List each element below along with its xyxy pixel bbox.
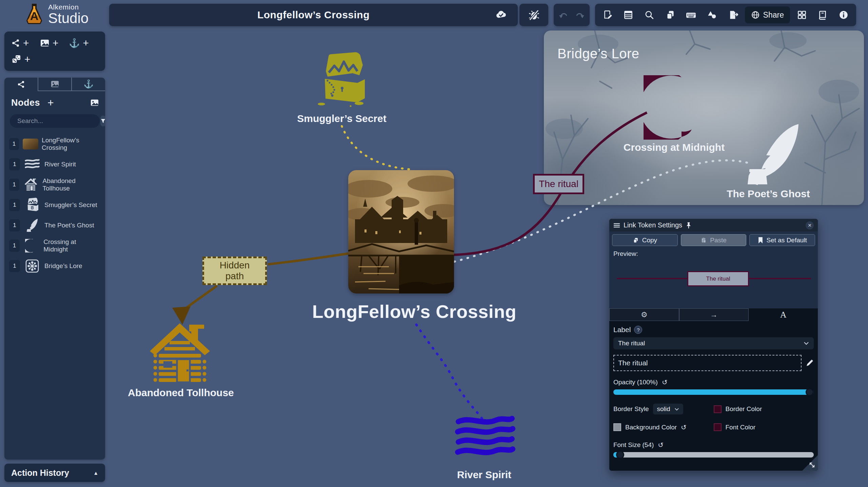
- filter-button[interactable]: [100, 116, 105, 126]
- list-item-longfellows-crossing[interactable]: 1 LongFellow’s Crossing: [4, 134, 105, 154]
- treasure-chest-icon[interactable]: [317, 52, 367, 107]
- tab-links[interactable]: [4, 78, 38, 91]
- tab-general-gear[interactable]: ⚙: [609, 308, 679, 321]
- list-item-abandoned-tollhouse[interactable]: 1 Abandoned Tollhouse: [4, 175, 105, 195]
- filter-icon: [100, 118, 105, 124]
- preview-area: The ritual: [612, 258, 815, 308]
- list-item-poets-ghost[interactable]: 1 The Poet’s Ghost: [4, 215, 105, 236]
- panel-top-section: Copy Paste Set as Default Preview: The r…: [609, 231, 818, 308]
- help-icon[interactable]: ?: [634, 326, 642, 334]
- list-item-smugglers-secret[interactable]: 1 Smuggler’s Secret: [4, 195, 105, 215]
- panel-resize-handle[interactable]: [802, 455, 818, 471]
- action-history-toggle[interactable]: Action History ▲: [4, 464, 105, 482]
- share-button[interactable]: Share: [745, 6, 790, 23]
- waves-icon[interactable]: [455, 415, 515, 458]
- border-style-select[interactable]: solid: [653, 404, 683, 414]
- add-link-button[interactable]: +: [11, 36, 40, 50]
- app-canvas[interactable]: Bridge’s Lore S: [0, 0, 868, 487]
- list-item-bridges-lore[interactable]: 1 Bridge’s Lore: [4, 256, 105, 276]
- add-image-node-button[interactable]: +: [40, 36, 69, 50]
- dice-icon: [11, 55, 21, 64]
- font-size-slider-knob[interactable]: [616, 451, 624, 459]
- node-label-abandoned-tollhouse[interactable]: Abandoned Tollhouse: [128, 387, 230, 399]
- copy-style-button[interactable]: Copy: [612, 234, 678, 246]
- font-size-label: Font Size (54): [613, 441, 654, 449]
- label-select[interactable]: The ritual: [613, 337, 814, 349]
- list-item-crossing-at-midnight[interactable]: 1 Crossing at Midnight: [4, 236, 105, 256]
- paste-style-button[interactable]: Paste: [681, 234, 747, 246]
- node-label-river-spirit[interactable]: River Spirit: [433, 469, 535, 481]
- duplicate-button[interactable]: [660, 4, 681, 26]
- sepia-painting-art: [348, 170, 454, 293]
- undo-button[interactable]: [556, 4, 571, 26]
- document-titlebar[interactable]: Longfellow’s Crossing: [109, 4, 518, 26]
- docs-button[interactable]: [812, 4, 833, 26]
- app-logo[interactable]: A Alkemion Studio: [24, 2, 108, 26]
- toggle-physics-button[interactable]: [519, 4, 548, 26]
- plus-icon: +: [24, 54, 31, 64]
- set-default-label: Set as Default: [767, 237, 807, 244]
- opacity-label: Opacity (100%): [613, 379, 658, 386]
- panel-header[interactable]: Link Token Settings ✕: [609, 219, 818, 231]
- chevron-down-icon: [804, 342, 809, 345]
- background-color-swatch[interactable]: [613, 423, 621, 431]
- image-icon: [40, 39, 50, 47]
- reset-background-icon[interactable]: ↺: [681, 424, 687, 431]
- search-button[interactable]: [639, 4, 660, 26]
- shortcuts-button[interactable]: [681, 4, 702, 26]
- tab-typography[interactable]: A: [749, 308, 818, 321]
- label-text-input[interactable]: [613, 355, 802, 371]
- edit-pencil-icon[interactable]: [806, 359, 814, 367]
- edge-river-spirit-dotted[interactable]: [416, 325, 482, 419]
- crescent-moon-icon[interactable]: [644, 75, 705, 140]
- nodes-header-row: Nodes +: [4, 91, 105, 111]
- chevron-down-icon: [674, 408, 679, 411]
- list-item-river-spirit[interactable]: 1 River Spirit: [4, 154, 105, 175]
- reset-opacity-icon[interactable]: ↺: [662, 379, 668, 386]
- info-button[interactable]: [833, 4, 854, 26]
- history-button-group: [554, 4, 590, 26]
- table-button[interactable]: [618, 4, 639, 26]
- edge-label-the-ritual[interactable]: The ritual: [533, 174, 584, 194]
- tab-images[interactable]: [38, 78, 72, 91]
- font-size-slider[interactable]: [613, 452, 814, 458]
- set-default-button[interactable]: Set as Default: [749, 234, 815, 246]
- add-node-button[interactable]: +: [47, 97, 54, 108]
- border-style-value: solid: [657, 405, 670, 413]
- edge-label-hidden-path[interactable]: Hidden path: [202, 257, 267, 285]
- add-anchor-button[interactable]: ⚓ +: [69, 36, 98, 50]
- border-color-swatch[interactable]: [714, 405, 722, 413]
- redo-button[interactable]: [573, 4, 588, 26]
- node-image-view-button[interactable]: [90, 99, 99, 107]
- node-longfellows-crossing-image[interactable]: [348, 170, 454, 293]
- quill-inkwell-icon[interactable]: [746, 121, 800, 187]
- copy-icon: [633, 237, 639, 244]
- search-input[interactable]: [17, 117, 100, 125]
- list-item-label: Crossing at Midnight: [43, 238, 100, 253]
- font-color-swatch[interactable]: [714, 423, 722, 431]
- add-dice-button[interactable]: +: [11, 52, 52, 67]
- quill-inkwell-icon: [23, 218, 41, 232]
- node-label-smugglers-secret[interactable]: Smuggler’s Secret: [291, 113, 393, 124]
- edge-smugglers-dotted[interactable]: [342, 126, 411, 169]
- export-button[interactable]: [723, 4, 744, 26]
- tab-arrow[interactable]: →: [679, 308, 749, 321]
- layout-grid-button[interactable]: [791, 4, 812, 26]
- node-label-poets-ghost[interactable]: The Poet’s Ghost: [717, 188, 819, 200]
- label-select-value: The ritual: [618, 340, 645, 347]
- close-icon[interactable]: ✕: [806, 221, 814, 229]
- edge-hidden-path-a[interactable]: [268, 253, 348, 264]
- gear-icon: ⚙: [641, 310, 648, 319]
- shapes-button[interactable]: [702, 4, 723, 26]
- svg-text:A: A: [30, 9, 39, 22]
- tab-anchors[interactable]: ⚓: [71, 78, 105, 91]
- node-label-longfellows-crossing[interactable]: LongFellow’s Crossing: [279, 301, 550, 322]
- reset-font-size-icon[interactable]: ↺: [658, 442, 664, 448]
- opacity-slider-knob[interactable]: [806, 388, 814, 396]
- opacity-slider[interactable]: [613, 389, 814, 395]
- node-label-crossing-midnight[interactable]: Crossing at Midnight: [620, 142, 728, 153]
- pin-icon[interactable]: [686, 222, 692, 229]
- notes-button[interactable]: [597, 4, 618, 26]
- log-cabin-icon[interactable]: [149, 321, 211, 386]
- share-nodes-icon: [11, 39, 20, 47]
